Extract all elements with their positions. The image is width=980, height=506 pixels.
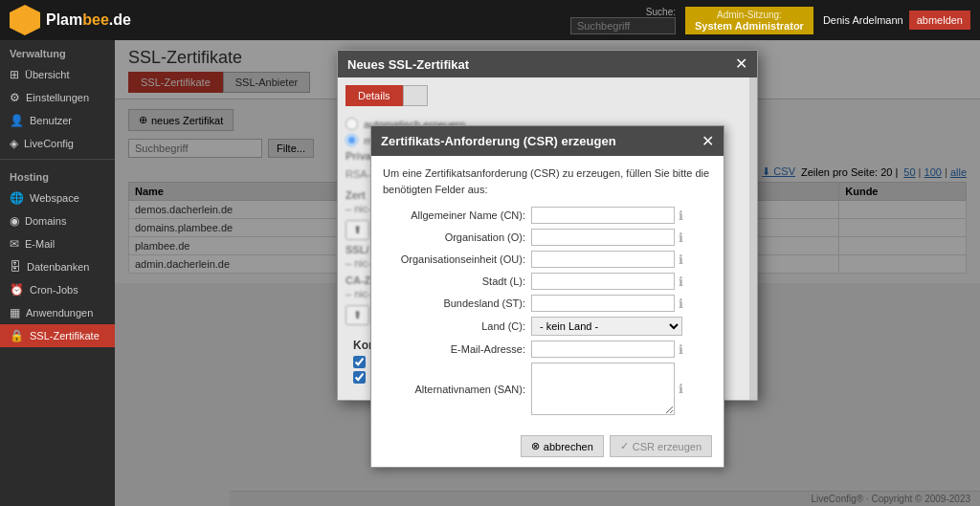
label-state: Bundesland (ST): (383, 297, 531, 309)
apps-icon: ▦ (10, 306, 20, 319)
info-icon-city[interactable]: ℹ (679, 275, 683, 289)
globe-icon: 🌐 (10, 191, 24, 205)
info-icon-san[interactable]: ℹ (679, 382, 683, 396)
sidebar-label-ssl: SSL-Zertifikate (30, 330, 100, 341)
user-icon: 👤 (10, 114, 24, 127)
form-row-org: Organisation (O): ℹ (383, 229, 712, 246)
radio-auto[interactable] (345, 118, 358, 130)
logout-button[interactable]: abmelden (909, 11, 970, 30)
sidebar-item-cron-jobs[interactable]: ⏰ Cron-Jobs (0, 278, 115, 301)
inner-modal-body: Um eine Zertifikatsanforderung (CSR) zu … (371, 156, 724, 429)
modal-overlay: Neues SSL-Zertifikat ✕ Details automatis… (115, 40, 980, 506)
info-icon-email[interactable]: ℹ (679, 342, 683, 357)
header-search-area: Suche: (570, 7, 676, 34)
grid-icon: ⊞ (10, 68, 19, 81)
sidebar-item-email[interactable]: ✉ E-Mail (0, 232, 115, 255)
input-org[interactable] (531, 229, 675, 246)
diamond-icon: ◈ (10, 137, 18, 150)
form-row-email: E-Mail-Adresse: ℹ (383, 341, 712, 358)
info-icon-state[interactable]: ℹ (679, 297, 683, 311)
sidebar-label-cron: Cron-Jobs (30, 284, 78, 296)
cancel-button[interactable]: ⊗ abbrechen (521, 435, 604, 457)
info-icon-cn[interactable]: ℹ (679, 209, 683, 223)
sidebar-item-einstellungen[interactable]: ⚙ Einstellungen (0, 86, 115, 109)
form-row-cn: Allgemeiner Name (CN): ℹ (383, 207, 712, 224)
sidebar-label-einstellungen: Einstellungen (26, 92, 89, 103)
sidebar-label-domains: Domains (25, 215, 66, 227)
inner-modal-close-button[interactable]: ✕ (702, 132, 714, 150)
sidebar-item-liveconfig[interactable]: ◈ LiveConfig (0, 132, 115, 155)
label-city: Stadt (L): (383, 275, 531, 287)
sidebar-label-webspace: Webspace (30, 192, 79, 204)
outer-modal-header: Neues SSL-Zertifikat ✕ (338, 51, 757, 77)
search-input[interactable] (570, 17, 676, 34)
sidebar-item-domains[interactable]: ◉ Domains (0, 209, 115, 232)
user-name: Denis Ardelmann (823, 14, 903, 26)
input-city[interactable] (531, 273, 675, 290)
select-country[interactable]: - kein Land - (531, 317, 682, 336)
config-https-checkbox[interactable] (353, 356, 366, 368)
upload-button-2[interactable]: ⬆ (345, 305, 369, 325)
sidebar-label-benutzer: Benutzer (30, 115, 72, 126)
gear-icon: ⚙ (10, 91, 20, 104)
modal-tab-details[interactable]: Details (345, 85, 403, 106)
sidebar-item-webspace[interactable]: 🌐 Webspace (0, 187, 115, 209)
sidebar-item-anwendungen[interactable]: ▦ Anwendungen (0, 301, 115, 324)
csr-generate-button[interactable]: ✓ CSR erzeugen (610, 435, 712, 457)
form-row-state: Bundesland (ST): ℹ (383, 295, 712, 312)
sidebar-label-uebersicht: Übersicht (25, 69, 69, 80)
sidebar-item-benutzer[interactable]: 👤 Benutzer (0, 109, 115, 132)
config-redirect-checkbox[interactable] (353, 371, 366, 384)
sidebar-label-liveconfig: LiveConfig (24, 138, 74, 149)
domain-icon: ◉ (10, 214, 19, 228)
input-ou[interactable] (531, 251, 675, 268)
content-area: SSL-Zertifikate SSL-Zertifikate SSL-Anbi… (115, 40, 980, 506)
header-right: Suche: Admin-Sitzung: System Administrat… (570, 7, 970, 34)
info-icon-org[interactable]: ℹ (679, 231, 683, 245)
sidebar-label-anwendungen: Anwendungen (26, 307, 93, 319)
inner-modal-title: Zertifikats-Anforderung (CSR) erzeugen (381, 134, 616, 148)
input-state[interactable] (531, 295, 675, 312)
upload-button[interactable]: ⬆ (345, 220, 369, 240)
textarea-san[interactable] (531, 363, 675, 415)
database-icon: 🗄 (10, 260, 21, 274)
admin-label: Admin-Sitzung: (695, 10, 804, 20)
input-cn[interactable] (531, 207, 675, 224)
label-ou: Organisationseinheit (OU): (383, 253, 531, 265)
logo: Plambee.de (10, 5, 131, 35)
lock-icon: 🔒 (10, 329, 24, 342)
label-country: Land (C): (383, 320, 531, 332)
outer-modal-scrollbar[interactable] (749, 77, 757, 400)
sidebar-item-ssl[interactable]: 🔒 SSL-Zertifikate (0, 324, 115, 347)
sidebar-label-email: E-Mail (25, 238, 55, 250)
outer-modal-close-button[interactable]: ✕ (735, 56, 747, 72)
clock-icon: ⏰ (10, 283, 24, 297)
modal-tab-advanced[interactable] (403, 85, 428, 106)
sidebar-section-verwaltung: Verwaltung (0, 40, 115, 63)
sidebar-item-uebersicht[interactable]: ⊞ Übersicht (0, 63, 115, 86)
logo-text: Plambee.de (46, 11, 131, 29)
rsa-label: RSA- (345, 168, 370, 180)
admin-name: System Administrator (695, 20, 804, 32)
form-row-city: Stadt (L): ℹ (383, 273, 712, 290)
outer-modal: Neues SSL-Zertifikat ✕ Details automatis… (337, 50, 758, 401)
inner-modal-header: Zertifikats-Anforderung (CSR) erzeugen ✕ (371, 126, 724, 156)
cancel-label: abbrechen (544, 441, 593, 452)
input-email[interactable] (531, 341, 675, 358)
label-org: Organisation (O): (383, 231, 531, 243)
label-cn: Allgemeiner Name (CN): (383, 209, 531, 221)
cancel-icon: ⊗ (531, 440, 540, 452)
form-row-san: Alternativnamen (SAN): ℹ (383, 363, 712, 415)
radio-manual[interactable] (345, 134, 358, 146)
main-layout: Verwaltung ⊞ Übersicht ⚙ Einstellungen 👤… (0, 40, 980, 506)
info-icon-ou[interactable]: ℹ (679, 253, 683, 267)
outer-modal-body: Details automatisch erneuern manuell (338, 77, 757, 400)
sidebar-item-datenbanken[interactable]: 🗄 Datenbanken (0, 255, 115, 278)
admin-badge: Admin-Sitzung: System Administrator (685, 7, 813, 34)
user-area: Denis Ardelmann abmelden (823, 11, 970, 30)
inner-modal-footer: ⊗ abbrechen ✓ CSR erzeugen (371, 429, 724, 467)
sidebar-divider (0, 159, 115, 160)
form-row-country: Land (C): - kein Land - (383, 317, 712, 336)
sidebar-label-datenbanken: Datenbanken (27, 261, 89, 273)
label-san: Alternativnamen (SAN): (383, 384, 531, 395)
